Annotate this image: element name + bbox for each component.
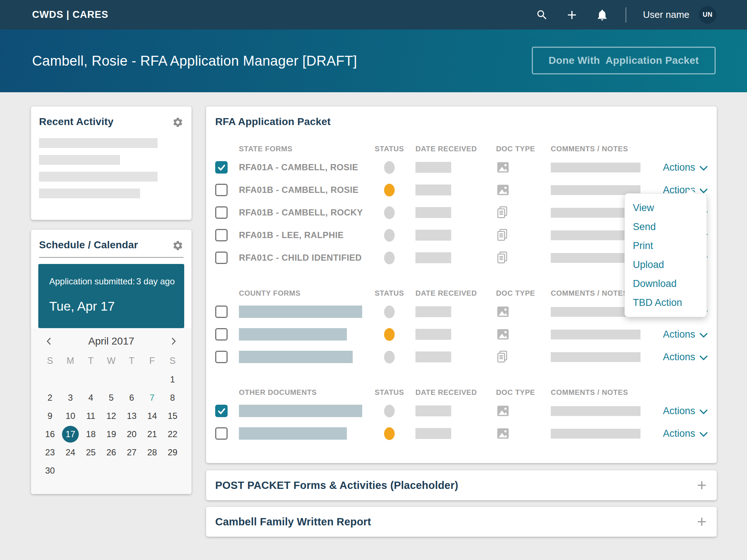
calendar-day[interactable]: 1 — [162, 370, 183, 389]
calendar-day[interactable]: 21 — [142, 425, 162, 443]
calendar-day[interactable]: 27 — [121, 443, 142, 462]
calendar-day-empty — [40, 370, 60, 389]
calendar-weekday: M — [60, 351, 81, 370]
calendar-day[interactable]: 17 — [60, 425, 81, 443]
expand-icon[interactable] — [695, 515, 709, 529]
checkbox[interactable] — [215, 184, 228, 196]
dropdown-item-upload[interactable]: Upload — [625, 255, 707, 274]
bell-icon[interactable] — [596, 8, 609, 22]
calendar-day[interactable]: 12 — [101, 407, 121, 425]
add-icon[interactable] — [565, 8, 579, 22]
checkbox[interactable] — [215, 206, 228, 219]
comments-placeholder — [551, 429, 640, 439]
form-name-cell: RFA01B - CAMBELL, ROCKY — [239, 207, 368, 218]
date-received-cell — [410, 428, 496, 439]
calendar-day[interactable]: 24 — [60, 443, 81, 462]
form-name-placeholder — [239, 405, 362, 417]
comments-cell — [551, 330, 657, 339]
submitted-ago: 3 day ago — [136, 276, 175, 287]
recent-activity-placeholders — [39, 138, 183, 198]
calendar-day[interactable]: 22 — [162, 425, 183, 443]
section-title: STATE FORMS — [239, 145, 368, 153]
calendar-day-empty — [121, 370, 142, 389]
calendar-day[interactable]: 23 — [40, 443, 60, 462]
status-cell — [368, 252, 410, 264]
chevron-down-icon — [700, 331, 708, 338]
actions-link[interactable]: Actions — [663, 162, 708, 173]
actions-label: Actions — [663, 162, 695, 173]
search-icon[interactable] — [536, 9, 548, 21]
calendar-day[interactable]: 14 — [142, 407, 162, 425]
page-title: Cambell, Rosie - RFA Application Manager… — [32, 53, 357, 69]
checkbox-cell — [215, 252, 239, 264]
calendar-day[interactable]: 10 — [60, 407, 81, 425]
date-placeholder — [415, 351, 451, 362]
chevron-down-icon — [700, 431, 708, 437]
actions-link[interactable]: Actions — [663, 405, 708, 417]
calendar-day[interactable]: 28 — [142, 443, 162, 462]
checkbox[interactable] — [215, 161, 228, 174]
recent-activity-card: Recent Activity — [31, 106, 191, 220]
comments-placeholder — [551, 330, 640, 339]
column-header-date-received: DATE RECEIVED — [410, 289, 496, 298]
calendar-prev-icon[interactable] — [44, 336, 54, 347]
actions-cell: Actions — [657, 162, 708, 173]
actions-cell: Actions — [657, 428, 708, 439]
calendar-day-empty — [101, 462, 121, 480]
calendar-day[interactable]: 4 — [81, 389, 101, 407]
calendar-day[interactable]: 8 — [162, 389, 183, 407]
status-cell — [368, 351, 410, 363]
calendar-day[interactable]: 9 — [40, 407, 60, 425]
gear-icon[interactable] — [172, 117, 183, 128]
checkbox[interactable] — [215, 306, 228, 318]
form-name-label: RFA01B - LEE, RALPHIE — [239, 230, 344, 240]
calendar-day[interactable]: 25 — [81, 443, 101, 462]
user-menu[interactable]: User name UN — [643, 6, 716, 24]
done-with-application-packet-button[interactable]: Done With Application Packet — [532, 47, 716, 74]
user-name: User name — [643, 9, 689, 20]
checkbox[interactable] — [215, 252, 228, 264]
calendar-day[interactable]: 29 — [162, 443, 183, 462]
calendar-day[interactable]: 18 — [81, 425, 101, 443]
chevron-down-icon — [700, 187, 708, 193]
calendar-day[interactable]: 2 — [40, 389, 60, 407]
calendar-day[interactable]: 7 — [142, 389, 162, 407]
actions-link[interactable]: Actions — [663, 329, 708, 340]
date-received-cell — [410, 351, 496, 362]
calendar-day[interactable]: 20 — [121, 425, 142, 443]
doc-copy-icon — [496, 350, 551, 364]
calendar-day[interactable]: 15 — [162, 407, 183, 425]
checkbox[interactable] — [215, 328, 228, 341]
dropdown-item-view[interactable]: View — [625, 198, 707, 217]
dropdown-item-print[interactable]: Print — [625, 236, 707, 255]
checkbox[interactable] — [215, 427, 228, 440]
calendar-day[interactable]: 13 — [121, 407, 142, 425]
status-dot — [384, 351, 395, 363]
column-header-status: STATUS — [368, 145, 410, 153]
calendar-day[interactable]: 16 — [40, 425, 60, 443]
calendar-day[interactable]: 26 — [101, 443, 121, 462]
calendar-day[interactable]: 3 — [60, 389, 81, 407]
checkbox[interactable] — [215, 405, 228, 417]
actions-link[interactable]: Actions — [663, 428, 708, 439]
dropdown-item-download[interactable]: Download — [625, 274, 707, 293]
checkbox[interactable] — [215, 351, 228, 363]
dropdown-item-tbd-action[interactable]: TBD Action — [625, 293, 707, 312]
comments-cell — [551, 406, 657, 416]
actions-link[interactable]: Actions — [663, 351, 708, 363]
calendar-day[interactable]: 11 — [81, 407, 101, 425]
gear-icon[interactable] — [172, 240, 183, 251]
calendar-day[interactable]: 6 — [121, 389, 142, 407]
expand-icon[interactable] — [695, 478, 709, 492]
date-placeholder — [415, 207, 451, 218]
calendar-day[interactable]: 30 — [40, 462, 60, 480]
calendar-day[interactable]: 5 — [101, 389, 121, 407]
form-name-cell — [239, 328, 368, 341]
calendar-next-icon[interactable] — [169, 336, 178, 347]
form-name-label: RFA01B - CAMBELL, ROSIE — [239, 185, 359, 195]
chevron-down-icon — [700, 164, 708, 171]
checkbox[interactable] — [215, 229, 228, 241]
table-row: Actions — [215, 323, 708, 346]
dropdown-item-send[interactable]: Send — [625, 217, 707, 236]
calendar-day[interactable]: 19 — [101, 425, 121, 443]
